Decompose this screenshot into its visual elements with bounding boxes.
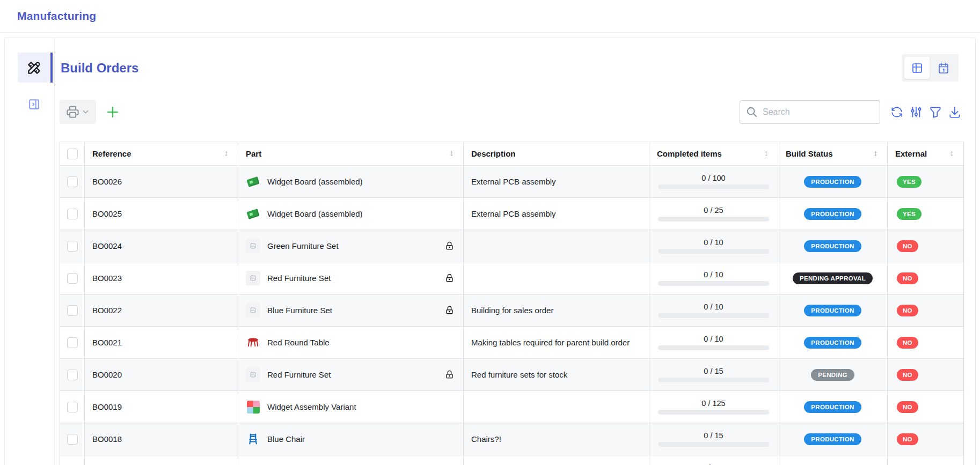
row-checkbox[interactable] [67, 402, 78, 412]
column-header[interactable]: Description [464, 142, 649, 166]
toolbar-left [60, 100, 121, 124]
search-box [740, 100, 880, 124]
sort-icon[interactable] [762, 150, 770, 158]
row-checkbox[interactable] [67, 241, 78, 252]
expand-sidebar-button[interactable] [18, 89, 50, 119]
build-status-badge: PRODUCTION [804, 176, 861, 188]
build-status-badge: PRODUCTION [804, 401, 861, 413]
table-view-button[interactable] [904, 57, 930, 79]
lock-icon [444, 370, 456, 380]
select-all-header [60, 142, 85, 166]
calendar-view-button[interactable] [931, 57, 956, 79]
filter-button[interactable] [926, 102, 945, 121]
table-row[interactable]: BO0026 Widget Board (assembled) External… [60, 166, 964, 198]
placeholder-thumbnail [246, 303, 260, 318]
column-label: Build Status [786, 149, 833, 158]
add-build-order-button[interactable] [105, 104, 121, 120]
description-value: Making tables required for parent build … [464, 327, 649, 359]
print-actions-button[interactable] [60, 100, 96, 124]
table-row[interactable]: BO0019 Widget Assembly Variant 0 / 125 P… [60, 391, 964, 423]
row-checkbox[interactable] [67, 434, 78, 445]
pcb-thumbnail [246, 174, 260, 189]
completed-items-value: 0 / 10 [656, 335, 771, 343]
table-row[interactable]: BO0018 Blue Chair Chairs?! 0 / 15 PRODUC… [60, 423, 964, 455]
completed-items-value: 0 / 15 [656, 431, 771, 440]
column-header[interactable]: External [888, 142, 964, 166]
column-header[interactable]: Build Status [778, 142, 888, 166]
completed-items-value: 0 / 10 [656, 238, 771, 247]
printer-icon [65, 105, 80, 119]
tools-icon [27, 61, 41, 75]
reference-value: BO0018 [92, 434, 122, 444]
table-icon [911, 62, 924, 75]
search-icon [746, 106, 758, 118]
table-row[interactable]: BO0023 Red Furniture Set 0 / 10 PENDING … [60, 262, 964, 294]
table-row[interactable]: BO0022 Blue Furniture Set Building for s… [60, 294, 964, 327]
row-checkbox[interactable] [67, 370, 78, 380]
row-checkbox[interactable] [67, 176, 78, 187]
view-toggle [902, 54, 959, 82]
reference-value: BO0020 [92, 370, 122, 379]
reference-value: BO0021 [92, 338, 122, 347]
external-badge: YES [897, 208, 922, 220]
row-checkbox[interactable] [67, 337, 78, 348]
column-label: Description [471, 149, 516, 158]
progress-bar [658, 313, 769, 318]
table-row[interactable]: BO0024 Green Furniture Set 0 / 10 PRODUC… [60, 230, 964, 262]
part-name[interactable]: Widget Assembly Variant [267, 402, 356, 411]
row-checkbox[interactable] [67, 305, 78, 316]
completed-items-value: 0 / 15 [656, 367, 771, 375]
sort-icon[interactable] [872, 150, 880, 158]
placeholder-thumbnail [246, 367, 260, 382]
part-name[interactable]: Widget Board (assembled) [267, 209, 363, 218]
page: { "header": { "title": "Manufacturing" }… [0, 0, 980, 465]
tab-build-orders[interactable] [18, 53, 50, 83]
description-value [464, 262, 649, 294]
column-label: Completed items [657, 149, 722, 158]
part-name[interactable]: Red Furniture Set [267, 370, 331, 379]
part-name[interactable]: Blue Furniture Set [267, 306, 332, 315]
placeholder-thumbnail [246, 271, 260, 285]
placeholder-thumbnail [246, 239, 260, 253]
calendar-icon [937, 62, 950, 75]
column-header[interactable]: Completed items [649, 142, 778, 166]
part-name[interactable]: Blue Chair [267, 434, 305, 444]
table-row[interactable]: BO0021 Red Round Table Making tables req… [60, 327, 964, 359]
build-status-badge: PRODUCTION [804, 305, 861, 316]
build-status-badge: PRODUCTION [804, 240, 861, 252]
table-row[interactable]: BO0020 Red Furniture Set Red furniture s… [60, 359, 964, 391]
row-checkbox[interactable] [67, 273, 78, 284]
select-all-checkbox[interactable] [67, 149, 78, 159]
download-button[interactable] [945, 102, 964, 121]
table-row[interactable]: BO0017 Widget Board (assembled) PCB cont… [60, 455, 964, 465]
part-name[interactable]: Red Furniture Set [267, 274, 331, 283]
table-row[interactable]: BO0025 Widget Board (assembled) External… [60, 198, 964, 230]
sort-icon[interactable] [222, 150, 230, 158]
part-name[interactable]: Green Furniture Set [267, 241, 339, 250]
column-label: Part [246, 149, 261, 158]
sort-icon[interactable] [948, 150, 956, 158]
part-name[interactable]: Red Round Table [267, 338, 330, 347]
build-status-badge: PRODUCTION [804, 208, 861, 220]
column-header[interactable]: Part [238, 142, 464, 166]
panel-tab-strip [5, 38, 55, 465]
part-name[interactable]: Widget Board (assembled) [267, 177, 363, 186]
sort-icon[interactable] [448, 150, 456, 158]
search-input[interactable] [763, 107, 874, 117]
description-value: External PCB assembly [464, 166, 649, 198]
external-badge: NO [897, 433, 918, 445]
lock-icon [444, 305, 456, 315]
column-header[interactable]: Reference [85, 142, 238, 166]
panel-header: Build Orders [60, 38, 964, 76]
download-icon [948, 105, 962, 119]
description-value: Building for sales order [464, 294, 649, 327]
row-checkbox[interactable] [67, 209, 78, 219]
table-settings-button[interactable] [906, 102, 925, 121]
external-badge: NO [897, 272, 918, 284]
completed-items-value: 0 / 100 [656, 174, 771, 182]
progress-bar [658, 410, 769, 415]
external-badge: NO [897, 240, 918, 252]
reference-value: BO0026 [92, 177, 122, 186]
progress-bar [658, 217, 769, 222]
refresh-button[interactable] [887, 102, 906, 121]
